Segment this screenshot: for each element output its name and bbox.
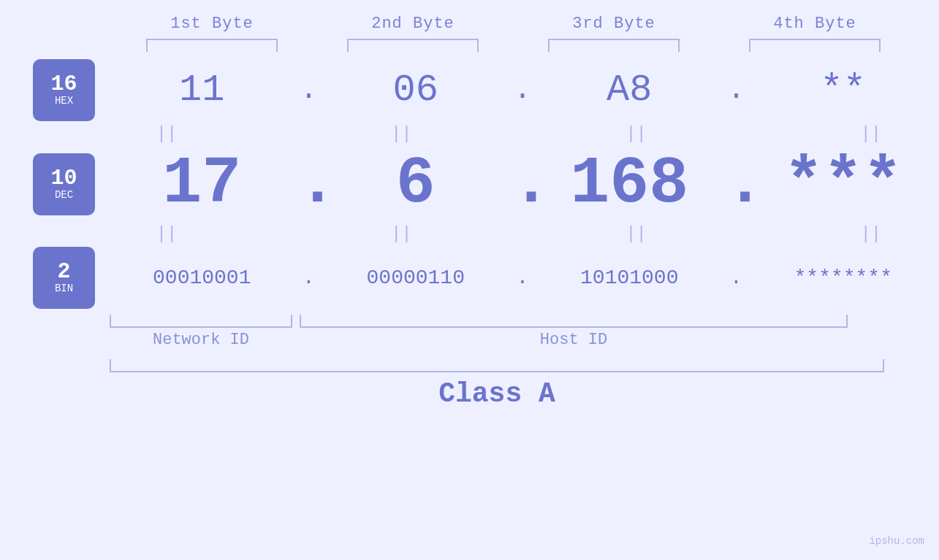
hex-dot-1: . — [298, 74, 320, 107]
equals-1-b4: || — [753, 121, 939, 147]
bin-badge-col: 2 BIN — [0, 247, 106, 309]
bottom-bracket-row — [110, 315, 913, 328]
hex-dot-3: . — [726, 74, 748, 107]
bin-byte-4: ******** — [748, 266, 940, 289]
equals-row-1: || || || || — [50, 121, 940, 147]
bin-values: 00010001 . 00000110 . 10101000 . *******… — [106, 266, 939, 289]
bin-badge-number: 2 — [57, 261, 70, 283]
dec-byte-1: 17 — [106, 147, 298, 221]
class-label: Class A — [95, 378, 899, 410]
bin-byte-2: 00000110 — [320, 266, 512, 289]
hex-dot-2: . — [512, 74, 533, 107]
bin-byte-3: 10101000 — [533, 266, 726, 289]
dec-byte-2: 6 — [320, 147, 512, 221]
dec-badge-col: 10 DEC — [0, 153, 106, 215]
hex-byte-3: A8 — [533, 69, 726, 112]
bin-row: 2 BIN 00010001 . 00000110 . 10101000 . *… — [0, 247, 939, 309]
dec-values: 17 . 6 . 168 . *** — [106, 147, 939, 221]
hex-byte-2: 06 — [320, 69, 512, 112]
equals-1-b3: || — [519, 121, 753, 147]
dec-row: 10 DEC 17 . 6 . 168 . *** — [0, 147, 939, 221]
byte-label-4: 4th Byte — [715, 15, 916, 33]
outer-bracket — [110, 359, 884, 372]
dec-badge: 10 DEC — [33, 153, 95, 215]
hex-badge-col: 16 HEX — [0, 59, 106, 121]
hex-badge-label: HEX — [55, 95, 73, 107]
top-bracket-4 — [715, 39, 916, 52]
main-container: 1st Byte 2nd Byte 3rd Byte 4th Byte 16 H… — [0, 0, 939, 560]
bin-badge-label: BIN — [55, 283, 73, 295]
hex-badge: 16 HEX — [33, 59, 95, 121]
equals-row-2: || || || || — [50, 221, 940, 247]
equals-1-b1: || — [50, 121, 284, 147]
equals-2-b1: || — [50, 221, 284, 247]
hex-byte-4: ** — [748, 69, 940, 112]
dec-dot-3: . — [726, 164, 748, 204]
bin-badge: 2 BIN — [33, 247, 95, 309]
dec-byte-3: 168 — [533, 147, 726, 221]
dec-dot-1: . — [298, 164, 320, 204]
host-id-label: Host ID — [300, 331, 848, 349]
dec-badge-label: DEC — [55, 189, 73, 202]
top-bracket-2 — [313, 39, 514, 52]
equals-2-b2: || — [284, 221, 519, 247]
id-labels-row: Network ID Host ID — [110, 331, 913, 349]
byte-label-2: 2nd Byte — [313, 15, 514, 33]
top-bracket-row — [112, 39, 916, 52]
bracket-top-3 — [548, 39, 680, 52]
watermark: ipshu.com — [869, 535, 924, 547]
dec-badge-number: 10 — [50, 167, 77, 189]
equals-2-b3: || — [519, 221, 753, 247]
network-id-label: Network ID — [110, 331, 292, 349]
network-bracket — [110, 315, 292, 328]
dec-byte-4: *** — [748, 147, 940, 221]
equals-2-b4: || — [753, 221, 939, 247]
bracket-top-2 — [347, 39, 479, 52]
bin-byte-1: 00010001 — [106, 266, 298, 289]
equals-1-b2: || — [284, 121, 519, 147]
hex-values: 11 . 06 . A8 . ** — [106, 69, 939, 112]
bin-dot-3: . — [726, 266, 748, 289]
host-bracket — [300, 315, 848, 328]
top-bracket-1 — [112, 39, 313, 52]
dec-dot-2: . — [512, 164, 533, 204]
top-bracket-3 — [514, 39, 715, 52]
bin-dot-1: . — [298, 266, 320, 289]
byte-label-3: 3rd Byte — [514, 15, 715, 33]
hex-badge-number: 16 — [50, 73, 77, 95]
byte-label-1: 1st Byte — [112, 15, 313, 33]
bin-dot-2: . — [512, 266, 533, 289]
bracket-top-4 — [749, 39, 881, 52]
hex-row: 16 HEX 11 . 06 . A8 . ** — [0, 59, 939, 121]
bracket-top-1 — [146, 39, 278, 52]
hex-byte-1: 11 — [106, 69, 298, 112]
byte-labels-row: 1st Byte 2nd Byte 3rd Byte 4th Byte — [112, 15, 916, 33]
bottom-section: Network ID Host ID Class A — [0, 315, 939, 410]
